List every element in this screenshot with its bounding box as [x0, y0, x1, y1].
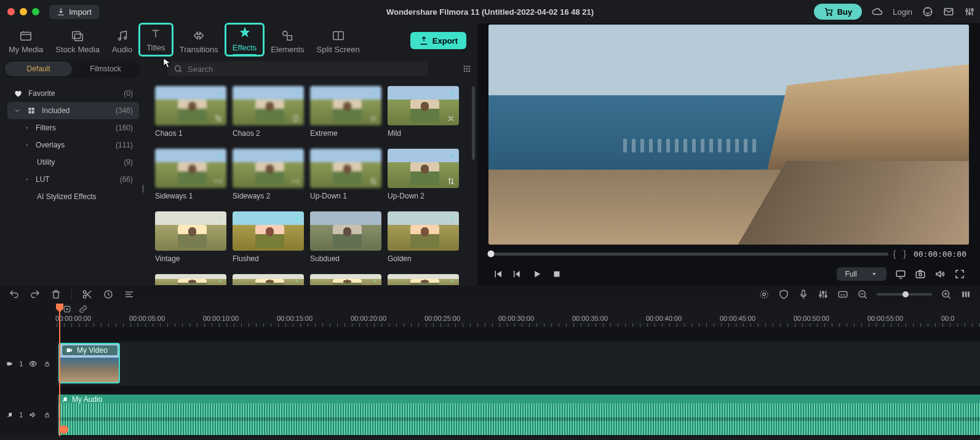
minimize-window[interactable]	[20, 8, 27, 15]
eye-icon[interactable]	[29, 359, 37, 368]
effect-thumb[interactable]	[233, 86, 304, 125]
speaker-icon[interactable]	[29, 411, 37, 419]
timeline[interactable]: 00:00:00:0000:00:05:0000:00:10:0000:00:1…	[0, 304, 980, 436]
tab-transitions[interactable]: Transitions	[173, 26, 225, 57]
effect-thumb[interactable]	[310, 86, 381, 125]
marker-icon[interactable]	[759, 289, 770, 300]
close-window[interactable]	[7, 8, 15, 15]
download-icon[interactable]	[293, 277, 301, 285]
split-icon[interactable]	[82, 289, 93, 300]
shield-icon[interactable]	[778, 289, 789, 300]
effect-sideways-2[interactable]: Sideways 2	[233, 149, 304, 200]
redo-icon[interactable]	[30, 289, 41, 300]
effect-partial[interactable]	[388, 274, 459, 285]
step-back-icon[interactable]	[512, 269, 523, 280]
effect-extreme[interactable]: Extreme	[310, 86, 381, 138]
effect-partial[interactable]	[233, 274, 304, 285]
sidebar-item-included[interactable]: Included(346)	[7, 102, 139, 119]
volume-icon[interactable]	[934, 269, 946, 280]
search-input[interactable]	[188, 65, 422, 74]
tab-audio[interactable]: Audio	[106, 26, 138, 57]
collapse-sidebar-icon[interactable]	[143, 183, 145, 194]
effect-thumb[interactable]	[155, 274, 226, 285]
play-icon[interactable]	[532, 269, 543, 280]
list-icon[interactable]	[124, 289, 135, 300]
effect-up-down-1[interactable]: Up-Down 1	[310, 149, 381, 200]
download-icon[interactable]	[370, 214, 379, 222]
crop-icon[interactable]	[103, 289, 114, 300]
tab-elements[interactable]: Elements	[265, 26, 310, 57]
effect-thumb[interactable]	[388, 86, 459, 125]
effect-vintage[interactable]: Vintage	[155, 211, 226, 263]
tab-titles[interactable]: Titles	[138, 23, 173, 57]
import-button[interactable]: Import	[49, 5, 99, 19]
effect-thumb[interactable]	[155, 86, 226, 125]
tab-my-media[interactable]: My Media	[2, 26, 49, 57]
prev-frame-icon[interactable]	[492, 269, 503, 280]
audio-clip[interactable]: My Audio	[58, 395, 980, 435]
download-icon[interactable]	[370, 151, 379, 160]
caption-icon[interactable]	[837, 289, 848, 300]
effects-scrollbar[interactable]	[472, 86, 475, 160]
add-track-icon[interactable]	[63, 305, 71, 313]
download-icon[interactable]	[448, 151, 456, 160]
snapshot-icon[interactable]	[915, 269, 926, 280]
subtab-default[interactable]: Default	[5, 61, 72, 76]
display-icon[interactable]	[895, 269, 906, 280]
delete-icon[interactable]	[50, 289, 62, 300]
sidebar-item-favorite[interactable]: Favorite(0)	[7, 85, 139, 102]
download-icon[interactable]	[370, 88, 379, 97]
effect-partial[interactable]	[310, 274, 381, 285]
sidebar-item-filters[interactable]: Filters(160)	[7, 119, 139, 136]
effect-thumb[interactable]	[155, 149, 226, 188]
audio-track-header[interactable]: 1	[0, 395, 57, 435]
download-icon[interactable]	[293, 88, 301, 97]
zoom-in-icon[interactable]	[941, 289, 952, 300]
download-icon[interactable]	[215, 277, 224, 285]
sidebar-item-lut[interactable]: LUT(66)	[7, 171, 139, 188]
preview-quality-select[interactable]: Full	[837, 267, 886, 281]
tab-effects[interactable]: Effects	[225, 23, 265, 57]
video-track[interactable]: 1 My Video	[57, 342, 980, 386]
support-icon[interactable]	[922, 6, 933, 17]
download-icon[interactable]	[293, 151, 301, 160]
playhead[interactable]	[59, 304, 60, 436]
download-icon[interactable]	[215, 214, 224, 222]
effect-thumb[interactable]	[233, 149, 304, 188]
effect-thumb[interactable]	[310, 211, 381, 251]
effect-thumb[interactable]	[233, 211, 304, 251]
lock-icon[interactable]	[44, 411, 50, 418]
effect-partial[interactable]	[155, 274, 226, 285]
cloud-icon[interactable]	[872, 6, 883, 17]
fullscreen-icon[interactable]	[954, 269, 965, 280]
mic-icon[interactable]	[798, 289, 809, 300]
effect-chaos-1[interactable]: Chaos 1	[155, 86, 226, 138]
window-traffic-lights[interactable]	[7, 8, 39, 15]
audio-fade-handle[interactable]	[60, 425, 68, 434]
audio-track[interactable]: 1 My Audio	[57, 395, 980, 435]
effect-thumb[interactable]	[233, 274, 304, 285]
mixer-icon[interactable]	[818, 289, 829, 300]
sidebar-item-overlays[interactable]: Overlays(111)	[7, 136, 139, 154]
grid-view-icon[interactable]	[460, 62, 474, 76]
download-icon[interactable]	[293, 214, 301, 222]
effect-thumb[interactable]	[155, 211, 226, 251]
tab-stock-media[interactable]: Stock Media	[49, 26, 106, 57]
message-icon[interactable]	[943, 6, 954, 17]
effect-sideways-1[interactable]: Sideways 1	[155, 149, 226, 200]
search-box[interactable]	[167, 61, 428, 76]
export-button[interactable]: Export	[410, 32, 466, 49]
effect-flushed[interactable]: Flushed	[233, 211, 304, 263]
mark-out-icon[interactable]: }	[903, 249, 909, 259]
effect-up-down-2[interactable]: Up-Down 2	[388, 149, 459, 200]
effect-golden[interactable]: Golden	[388, 211, 459, 263]
download-icon[interactable]	[370, 277, 379, 285]
buy-button[interactable]: Buy	[814, 4, 862, 20]
preview-viewport[interactable]	[488, 25, 969, 245]
sidebar-item-utility[interactable]: Utility(9)	[7, 154, 139, 171]
tab-split-screen[interactable]: Split Screen	[311, 26, 366, 57]
effect-thumb[interactable]	[310, 149, 381, 188]
download-icon[interactable]	[448, 88, 456, 97]
download-icon[interactable]	[448, 277, 456, 285]
maximize-window[interactable]	[32, 8, 39, 15]
